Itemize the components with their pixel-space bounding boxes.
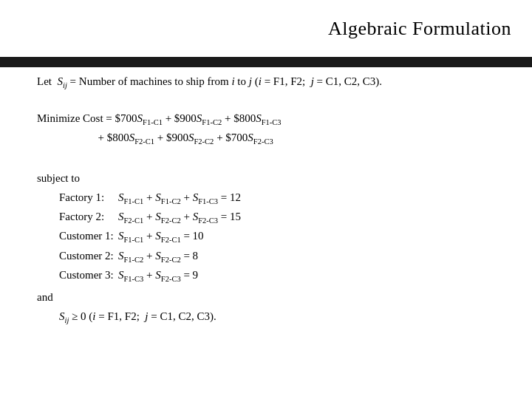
customer3-label: Customer 3: xyxy=(37,266,118,285)
table-row: Customer 3: SF1-C3 + SF2-C3 = 9 xyxy=(37,266,296,285)
factory2-eq: SF2-C1 + SF2-C2 + SF2-C3 = 15 xyxy=(118,208,296,227)
customer2-label: Customer 2: xyxy=(37,247,118,266)
table-row: Factory 2: SF2-C1 + SF2-C2 + SF2-C3 = 15 xyxy=(37,208,296,227)
customer1-label: Customer 1: xyxy=(37,227,118,246)
title-area: Algebraic Formulation xyxy=(0,0,532,57)
customer2-eq: SF1-C2 + SF2-C2 = 8 xyxy=(118,247,296,266)
content-area: Let Sij = Number of machines to ship fro… xyxy=(37,74,525,327)
subject-block: subject to Factory 1: SF1-C1 + SF1-C2 + … xyxy=(37,169,525,327)
non-negativity: Sij ≥ 0 (i = F1, F2; j = C1, C2, C3). xyxy=(37,307,525,327)
dark-bar xyxy=(0,57,532,67)
factory2-label: Factory 2: xyxy=(37,208,118,227)
minimize-block: Minimize Cost = $700SF1-C1 + $900SF1-C2 … xyxy=(37,109,525,149)
let-line: Let Sij = Number of machines to ship fro… xyxy=(37,74,525,92)
page-title: Algebraic Formulation xyxy=(328,18,511,40)
factory1-label: Factory 1: xyxy=(37,188,118,208)
and-label: and xyxy=(37,288,525,307)
table-row: Factory 1: SF1-C1 + SF1-C2 + SF1-C3 = 12 xyxy=(37,188,296,208)
customer1-eq: SF1-C1 + SF2-C1 = 10 xyxy=(118,227,296,246)
customer3-eq: SF1-C3 + SF2-C3 = 9 xyxy=(118,266,296,285)
subject-to-label: subject to xyxy=(37,169,525,188)
constraints-table: Factory 1: SF1-C1 + SF1-C2 + SF1-C3 = 12… xyxy=(37,188,296,286)
table-row: Customer 2: SF1-C2 + SF2-C2 = 8 xyxy=(37,247,296,266)
table-row: Customer 1: SF1-C1 + SF2-C1 = 10 xyxy=(37,227,296,246)
factory1-eq: SF1-C1 + SF1-C2 + SF1-C3 = 12 xyxy=(118,188,296,208)
